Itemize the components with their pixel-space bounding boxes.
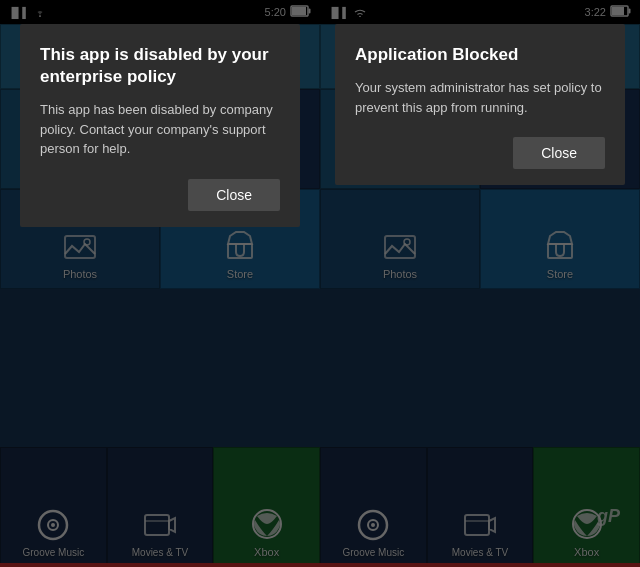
right-dialog-message: Your system administrator has set policy… xyxy=(355,78,605,117)
left-dialog-overlay: This app is disabled by your enterprise … xyxy=(0,0,320,567)
left-dialog-title: This app is disabled by your enterprise … xyxy=(40,44,280,88)
left-phone-screen: ▐▌▌ 5:20 xyxy=(0,0,320,567)
right-dialog: Application Blocked Your system administ… xyxy=(335,24,625,185)
left-dialog-message: This app has been disabled by company po… xyxy=(40,100,280,159)
left-close-button[interactable]: Close xyxy=(188,179,280,211)
right-dialog-overlay: Application Blocked Your system administ… xyxy=(320,0,640,567)
left-dialog-buttons: Close xyxy=(40,179,280,211)
right-dialog-title: Application Blocked xyxy=(355,44,605,66)
left-dialog: This app is disabled by your enterprise … xyxy=(20,24,300,227)
right-dialog-buttons: Close xyxy=(355,137,605,169)
right-close-button[interactable]: Close xyxy=(513,137,605,169)
right-phone-screen: ▐▌▌ 3:22 xyxy=(320,0,640,567)
